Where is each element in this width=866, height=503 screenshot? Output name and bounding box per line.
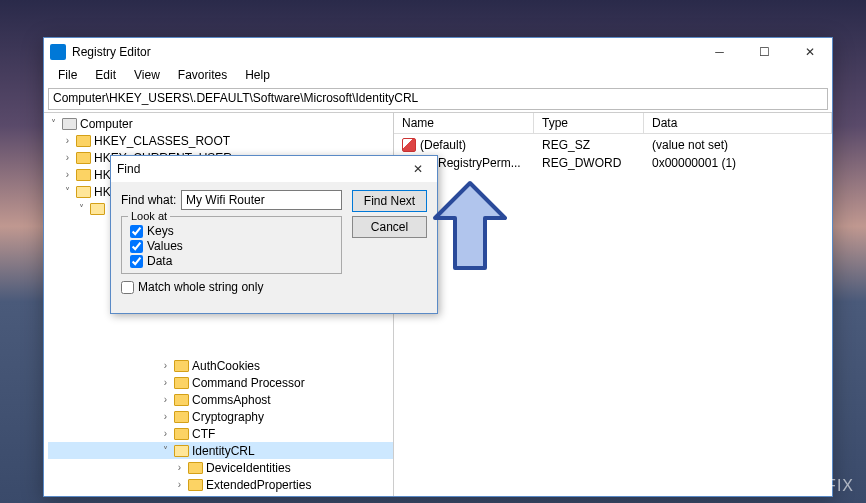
value-type: REG_SZ xyxy=(534,137,644,153)
value-data: (value not set) xyxy=(644,137,832,153)
keys-checkbox[interactable] xyxy=(130,225,143,238)
data-checkbox[interactable] xyxy=(130,255,143,268)
folder-icon xyxy=(76,135,91,147)
values-checkbox[interactable] xyxy=(130,240,143,253)
cancel-button[interactable]: Cancel xyxy=(352,216,427,238)
folder-icon xyxy=(76,152,91,164)
value-row[interactable]: (Default)REG_SZ(value not set) xyxy=(394,136,832,154)
keys-label: Keys xyxy=(147,224,174,238)
find-buttons: Find Next Cancel xyxy=(352,190,427,294)
toggle-icon[interactable]: ˅ xyxy=(48,118,59,129)
col-name[interactable]: Name xyxy=(394,113,534,133)
node-label: AuthCookies xyxy=(192,359,260,373)
window-controls: ─ ☐ ✕ xyxy=(697,38,832,66)
find-next-button[interactable]: Find Next xyxy=(352,190,427,212)
toggle-icon[interactable]: › xyxy=(160,411,171,422)
toggle-icon[interactable]: › xyxy=(174,462,185,473)
folder-icon xyxy=(174,428,189,440)
find-what-label: Find what: xyxy=(121,193,181,207)
tree-node[interactable]: ›DeviceIdentities xyxy=(48,459,393,476)
toggle-icon[interactable]: › xyxy=(174,479,185,490)
data-checkbox-row[interactable]: Data xyxy=(130,254,333,268)
tree-node-computer[interactable]: ˅ Computer xyxy=(48,115,393,132)
window-title: Registry Editor xyxy=(72,45,697,59)
list-header: Name Type Data xyxy=(394,113,832,134)
list-rows: (Default)REG_SZ(value not set)SetRegistr… xyxy=(394,134,832,174)
col-data[interactable]: Data xyxy=(644,113,832,133)
col-type[interactable]: Type xyxy=(534,113,644,133)
value-row[interactable]: SetRegistryPerm...REG_DWORD0x00000001 (1… xyxy=(394,154,832,172)
toggle-icon[interactable]: › xyxy=(160,360,171,371)
find-what-input[interactable] xyxy=(181,190,342,210)
match-whole-row[interactable]: Match whole string only xyxy=(121,280,342,294)
node-label: ExtendedProperties xyxy=(206,478,311,492)
value-list-pane[interactable]: Name Type Data (Default)REG_SZ(value not… xyxy=(394,113,832,496)
tree-node[interactable]: ›Cryptography xyxy=(48,408,393,425)
toggle-icon[interactable]: ˅ xyxy=(76,203,87,214)
toggle-icon[interactable]: › xyxy=(62,135,73,146)
look-at-legend: Look at xyxy=(128,210,170,222)
value-data: 0x00000001 (1) xyxy=(644,155,832,171)
find-title: Find xyxy=(117,162,405,176)
find-close-button[interactable]: ✕ xyxy=(405,156,431,182)
folder-icon xyxy=(90,203,105,215)
tree-node[interactable]: ›CTF xyxy=(48,425,393,442)
string-value-icon xyxy=(402,138,416,152)
data-label: Data xyxy=(147,254,172,268)
tree-node-hkcr[interactable]: › HKEY_CLASSES_ROOT xyxy=(48,132,393,149)
folder-icon xyxy=(188,462,203,474)
node-label: CTF xyxy=(192,427,215,441)
node-label: Computer xyxy=(80,117,133,131)
match-whole-label: Match whole string only xyxy=(138,280,263,294)
menu-view[interactable]: View xyxy=(126,66,168,86)
maximize-button[interactable]: ☐ xyxy=(742,38,787,66)
toggle-icon[interactable]: ˅ xyxy=(160,445,171,456)
tree-node[interactable]: ˅IdentityCRL xyxy=(48,442,393,459)
tree-node[interactable]: ›ExtendedProperties xyxy=(48,476,393,493)
address-bar[interactable]: Computer\HKEY_USERS\.DEFAULT\Software\Mi… xyxy=(48,88,828,110)
folder-icon xyxy=(174,377,189,389)
toggle-icon[interactable]: ˅ xyxy=(62,186,73,197)
folder-icon xyxy=(188,479,203,491)
node-label: IdentityCRL xyxy=(192,444,255,458)
toggle-icon[interactable]: › xyxy=(62,169,73,180)
node-label: Cryptography xyxy=(192,410,264,424)
tree-node[interactable]: ›Command Processor xyxy=(48,374,393,391)
menu-favorites[interactable]: Favorites xyxy=(170,66,235,86)
values-checkbox-row[interactable]: Values xyxy=(130,239,333,253)
node-label: Command Processor xyxy=(192,376,305,390)
computer-icon xyxy=(62,118,77,130)
find-body: Find what: Look at Keys Values Data xyxy=(111,182,437,302)
titlebar[interactable]: Registry Editor ─ ☐ ✕ xyxy=(44,38,832,66)
folder-icon xyxy=(174,445,189,457)
regedit-icon xyxy=(50,44,66,60)
look-at-fieldset: Look at Keys Values Data xyxy=(121,216,342,274)
value-type: REG_DWORD xyxy=(534,155,644,171)
menu-file[interactable]: File xyxy=(50,66,85,86)
tree-node[interactable]: ›Immersive xyxy=(48,493,393,496)
node-label: Immersive xyxy=(206,495,261,497)
toggle-icon[interactable]: › xyxy=(160,377,171,388)
toggle-icon[interactable]: › xyxy=(160,394,171,405)
node-label: HKEY_CLASSES_ROOT xyxy=(94,134,230,148)
toggle-icon[interactable]: › xyxy=(62,152,73,163)
find-titlebar[interactable]: Find ✕ xyxy=(111,156,437,182)
match-whole-checkbox[interactable] xyxy=(121,281,134,294)
keys-checkbox-row[interactable]: Keys xyxy=(130,224,333,238)
node-label: CommsAphost xyxy=(192,393,271,407)
folder-icon xyxy=(76,169,91,181)
tree-node[interactable]: ›AuthCookies xyxy=(48,357,393,374)
folder-icon xyxy=(174,394,189,406)
minimize-button[interactable]: ─ xyxy=(697,38,742,66)
folder-icon xyxy=(188,496,203,497)
menu-edit[interactable]: Edit xyxy=(87,66,124,86)
menubar: File Edit View Favorites Help xyxy=(44,66,832,86)
folder-icon xyxy=(174,411,189,423)
toggle-icon[interactable]: › xyxy=(160,428,171,439)
find-left: Find what: Look at Keys Values Data xyxy=(121,190,342,294)
find-dialog: Find ✕ Find what: Look at Keys Values xyxy=(110,155,438,314)
close-button[interactable]: ✕ xyxy=(787,38,832,66)
find-what-row: Find what: xyxy=(121,190,342,210)
menu-help[interactable]: Help xyxy=(237,66,278,86)
tree-node[interactable]: ›CommsAphost xyxy=(48,391,393,408)
